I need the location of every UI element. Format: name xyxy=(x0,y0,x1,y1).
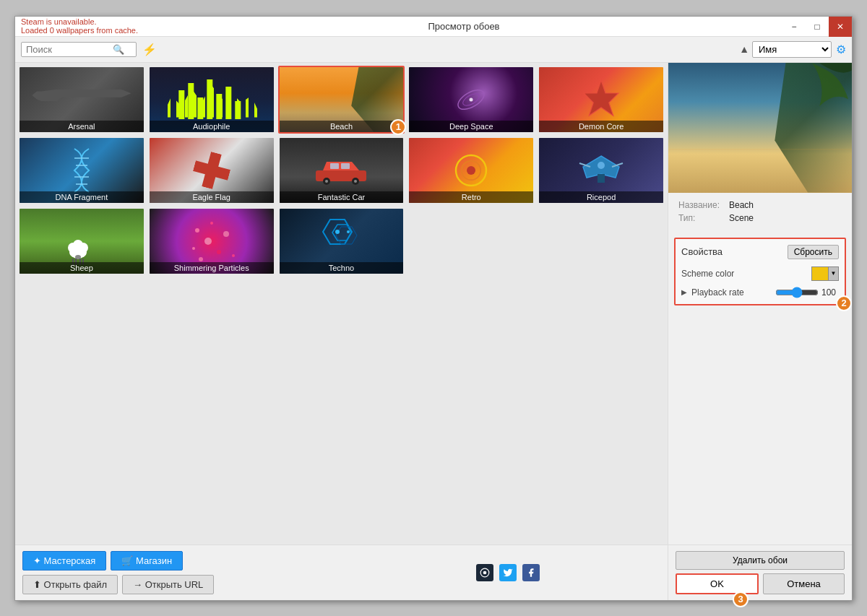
car-graphic xyxy=(312,156,370,185)
social-area xyxy=(349,545,668,600)
scheme-color-label: Scheme color xyxy=(681,269,811,279)
svg-point-43 xyxy=(204,238,212,245)
search-icon[interactable]: 🔍 xyxy=(113,44,124,55)
social-icons xyxy=(476,564,540,581)
twitter-icon[interactable] xyxy=(499,564,517,581)
svg-rect-21 xyxy=(341,163,350,169)
spike-graphic xyxy=(579,78,623,121)
svg-rect-20 xyxy=(330,163,339,169)
svg-rect-0 xyxy=(179,90,185,119)
color-swatch[interactable] xyxy=(811,266,829,281)
steam-icon[interactable] xyxy=(476,564,493,581)
maximize-button[interactable]: □ xyxy=(806,17,829,37)
svg-point-40 xyxy=(223,231,229,237)
bottom-split: ✦ Мастерская 🛒 Магазин ⬆ Открыть файл → … xyxy=(15,545,852,600)
svg-rect-1 xyxy=(189,83,194,119)
wallpaper-item-deepspace[interactable]: Deep Space xyxy=(407,66,535,134)
error-line1: Steam is unavailable. xyxy=(21,17,138,26)
filter-icon[interactable]: ⚡ xyxy=(141,41,158,58)
svg-rect-6 xyxy=(236,101,241,119)
facebook-icon[interactable] xyxy=(522,564,540,581)
svg-point-9 xyxy=(470,97,473,101)
wallpaper-label-beach: Beach xyxy=(280,121,404,132)
svg-point-49 xyxy=(335,230,340,234)
workshop-button[interactable]: ✦ Мастерская xyxy=(22,551,106,571)
playback-slider[interactable] xyxy=(775,287,819,298)
wallpaper-label-retro: Retro xyxy=(409,191,533,203)
close-button[interactable]: ✕ xyxy=(829,17,852,37)
wallpaper-item-fantasticcar[interactable]: Fantastic Car xyxy=(278,136,405,204)
ok-cancel-row: OK Отмена xyxy=(676,573,845,594)
ship-graphic xyxy=(576,152,626,188)
svg-point-41 xyxy=(192,247,195,250)
svg-point-42 xyxy=(217,250,221,254)
search-input[interactable] xyxy=(26,44,113,55)
delete-button[interactable]: Удалить обои xyxy=(676,551,845,570)
dna-graphic xyxy=(67,145,96,196)
svg-marker-10 xyxy=(584,80,618,116)
bars-graphic xyxy=(155,76,267,119)
svg-point-38 xyxy=(195,228,199,233)
wallpaper-item-audiophile[interactable]: Audiophile xyxy=(148,66,275,134)
sort-arrow-up-icon[interactable]: ▲ xyxy=(739,43,749,55)
playback-value: 100 xyxy=(821,287,839,298)
wallpaper-item-eagleflag[interactable]: Eagle Flag xyxy=(148,136,275,204)
svg-rect-15 xyxy=(316,170,366,181)
retro-graphic xyxy=(449,149,493,192)
open-url-button[interactable]: → Открыть URL xyxy=(122,575,214,594)
svg-point-45 xyxy=(199,257,203,261)
type-label: Тип: xyxy=(678,213,729,223)
slider-container: 100 xyxy=(775,287,839,298)
play-icon[interactable]: ▶ xyxy=(681,288,687,296)
preview-area xyxy=(668,63,852,193)
badge-3: 3 xyxy=(733,591,749,607)
wallpaper-label-shimmering: Shimmering Particles xyxy=(150,262,274,274)
svg-point-19 xyxy=(354,180,357,183)
wallpaper-label-deepspace: Deep Space xyxy=(409,121,533,132)
properties-title: Свойства xyxy=(681,246,722,257)
toolbar: 🔍 ⚡ ▲ Имя Дата Рейтинг ⚙ xyxy=(15,37,852,63)
hexagon-graphic xyxy=(312,216,370,266)
titlebar-controls: − □ ✕ xyxy=(782,17,852,36)
galaxy-graphic xyxy=(453,82,489,118)
titlebar: Steam is unavailable. Loaded 0 wallpaper… xyxy=(15,17,852,37)
svg-point-32 xyxy=(73,240,83,250)
sheep-graphic xyxy=(60,230,103,266)
color-picker-area: ▼ xyxy=(811,266,839,281)
gear-icon[interactable]: ⚙ xyxy=(836,43,846,56)
wallpaper-item-techno[interactable]: Techno xyxy=(278,207,405,275)
ok-button[interactable]: OK xyxy=(676,573,759,594)
preview-scene-graphic xyxy=(668,63,852,193)
wallpaper-item-shimmering[interactable]: Shimmering Particles xyxy=(148,207,275,275)
properties-box: Свойства Сбросить Scheme color ▼ ▶ Playb… xyxy=(674,238,846,305)
window-title: Просмотр обоев xyxy=(145,21,782,32)
info-row-name: Название: Beach xyxy=(678,200,842,210)
wallpaper-label-sheep: Sheep xyxy=(20,262,144,274)
wallpaper-item-dnafragment[interactable]: DNA Fragment xyxy=(18,136,145,204)
wallpaper-label-audiophile: Audiophile xyxy=(150,121,274,132)
reset-button[interactable]: Сбросить xyxy=(788,245,839,259)
name-value: Beach xyxy=(729,200,754,210)
wallpaper-item-beach[interactable]: Beach 1 xyxy=(278,66,405,134)
svg-rect-3 xyxy=(207,79,213,119)
wallpaper-item-sheep[interactable]: Sheep xyxy=(18,207,145,275)
shop-button[interactable]: 🛒 Магазин xyxy=(111,551,183,571)
wallpaper-item-ricepod[interactable]: Ricepod xyxy=(538,136,665,204)
color-dropdown-arrow[interactable]: ▼ xyxy=(829,266,839,281)
playback-label: Playback rate xyxy=(691,287,771,298)
sort-select[interactable]: Имя Дата Рейтинг xyxy=(752,41,832,58)
minimize-button[interactable]: − xyxy=(782,17,806,37)
wallpaper-item-demoncore[interactable]: Demon Core xyxy=(538,66,665,134)
wallpaper-label-demoncore: Demon Core xyxy=(539,121,663,132)
open-file-button[interactable]: ⬆ Открыть файл xyxy=(22,575,118,594)
wallpaper-item-retro[interactable]: Retro xyxy=(407,136,535,204)
cancel-button[interactable]: Отмена xyxy=(763,573,845,594)
right-bottom: Удалить обои OK Отмена 3 xyxy=(668,545,852,600)
svg-point-50 xyxy=(347,230,350,233)
properties-header: Свойства Сбросить xyxy=(681,245,839,259)
wallpaper-item-arsenal[interactable]: Arsenal xyxy=(18,66,145,134)
error-line2: Loaded 0 wallpapers from cache. xyxy=(21,26,138,35)
gun-graphic xyxy=(32,79,131,119)
svg-point-54 xyxy=(483,571,487,574)
wallpaper-info: Название: Beach Тип: Scene xyxy=(668,193,852,233)
